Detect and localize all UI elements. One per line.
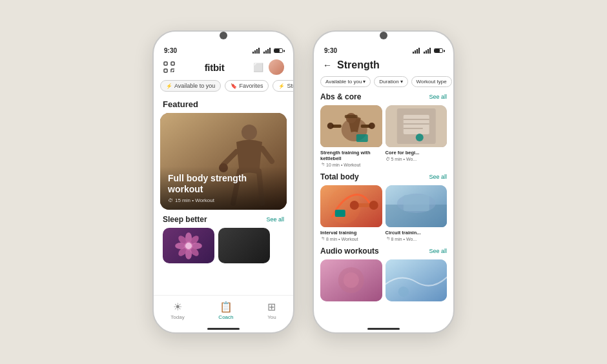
svg-rect-2	[164, 69, 167, 72]
svg-rect-23	[345, 115, 358, 118]
sleep-card-1[interactable]	[163, 228, 214, 263]
svg-rect-28	[356, 134, 368, 142]
status-icons-2	[413, 48, 443, 54]
audio-see-all[interactable]: See all	[429, 248, 447, 254]
featured-card[interactable]: Full body strength workout ⏱ 15 min • Wo…	[160, 113, 287, 210]
audio-card-2[interactable]	[386, 259, 448, 301]
signal-icon-2	[424, 48, 431, 54]
featured-title: Full body strength workout	[168, 173, 279, 195]
tab-available[interactable]: ⚡ Available to you	[160, 80, 221, 92]
abs-core-see-all[interactable]: See all	[429, 94, 447, 100]
tab-strength[interactable]: ⚡ Strength	[273, 80, 294, 92]
filter-available[interactable]: Available to you ▾	[320, 76, 371, 87]
home-indicator-2	[367, 328, 400, 330]
clock-icon-c: ⏱	[386, 157, 390, 161]
signal-icon	[263, 48, 271, 54]
scan-icon[interactable]	[163, 61, 176, 74]
audio-cards	[320, 259, 447, 301]
featured-label: Featured	[154, 97, 293, 113]
clock-icon-ci: ⏱	[386, 237, 390, 241]
audio-img-2	[386, 259, 448, 301]
coach-icon: 📋	[220, 301, 232, 313]
audio-title: Audio workouts	[320, 247, 379, 256]
camera-notch-1	[220, 32, 227, 39]
total-body-cards: Interval training ⏱ 8 min • Workout	[320, 185, 447, 241]
interval-card[interactable]: Interval training ⏱ 8 min • Workout	[320, 185, 382, 241]
kettlebell-meta: ⏱ 10 min • Workout	[320, 163, 382, 167]
time-2: 9:30	[324, 47, 337, 54]
abs-core-title: Abs & core	[320, 92, 361, 101]
svg-point-19	[185, 243, 192, 249]
abs-core-section: Abs & core See all	[320, 92, 447, 167]
wifi-icon-2	[413, 48, 420, 54]
total-body-title: Total body	[320, 172, 359, 181]
core-meta: ⏱ 5 min • Wo...	[386, 157, 448, 161]
svg-rect-0	[164, 62, 167, 65]
available-icon: ⚡	[166, 83, 172, 89]
svg-rect-1	[171, 62, 174, 65]
today-icon: ☀	[173, 301, 182, 313]
clock-icon: ⏱	[168, 197, 173, 203]
svg-point-8	[242, 125, 257, 140]
sleep-section: Sleep better See all	[154, 210, 293, 266]
svg-rect-41	[335, 210, 345, 217]
battery-icon-2	[434, 48, 443, 53]
abs-core-header: Abs & core See all	[320, 92, 447, 101]
total-body-section: Total body See all	[320, 172, 447, 241]
circuit-meta: ⏱ 8 min • Wo...	[386, 237, 448, 241]
sleep-card-2[interactable]	[218, 228, 270, 263]
kettlebell-name: Strength training with kettlebell	[320, 150, 382, 161]
status-bar-2: 9:30	[314, 42, 453, 57]
home-indicator-1	[207, 328, 240, 330]
back-arrow[interactable]: ←	[323, 60, 332, 70]
nav-you[interactable]: ⊞ You	[267, 301, 276, 320]
strength-title: Strength	[337, 59, 380, 71]
audio-section: Audio workouts See all	[320, 247, 447, 301]
status-bar-1: 9:30	[154, 42, 293, 57]
phone2-filters: Available to you ▾ Duration ▾ Workout ty…	[314, 76, 453, 92]
filter-duration[interactable]: Duration ▾	[374, 76, 407, 87]
sleep-section-header: Sleep better See all	[163, 215, 284, 224]
featured-overlay: Full body strength workout ⏱ 15 min • Wo…	[160, 167, 287, 210]
arrow-down-icon: ▾	[363, 79, 365, 85]
avatar[interactable]	[269, 59, 284, 75]
total-body-header: Total body See all	[320, 172, 447, 181]
total-body-see-all[interactable]: See all	[429, 174, 447, 180]
sleep-cards	[163, 228, 284, 263]
svg-point-26	[327, 123, 334, 129]
you-icon: ⊞	[267, 301, 276, 313]
camera-notch-2	[380, 32, 387, 39]
fitbit-logo: fitbit	[205, 62, 225, 73]
favorites-icon: 🔖	[231, 83, 237, 89]
audio-card-1[interactable]	[320, 259, 382, 301]
screen-icon[interactable]: ⬜	[253, 63, 263, 72]
svg-point-27	[369, 123, 375, 129]
kettlebell-card[interactable]: Strength training with kettlebell ⏱ 10 m…	[320, 105, 382, 167]
interval-name: Interval training	[320, 230, 382, 236]
bottom-nav: ☀ Today 📋 Coach ⊞ You	[154, 295, 293, 328]
clock-icon-k: ⏱	[320, 163, 325, 167]
phone-1: 9:30	[152, 30, 294, 334]
svg-rect-49	[386, 259, 448, 301]
interval-img	[320, 185, 382, 227]
filter-workout-type[interactable]: Workout type	[411, 76, 452, 87]
svg-rect-45	[403, 195, 429, 211]
svg-point-50	[398, 287, 408, 297]
sleep-title: Sleep better	[163, 215, 207, 224]
circuit-img	[386, 185, 448, 227]
core-card[interactable]: Core for begi... ⏱ 5 min • Wo...	[386, 105, 448, 167]
sleep-see-all[interactable]: See all	[266, 216, 284, 223]
phones-container: 9:30	[152, 30, 455, 334]
core-name: Core for begi...	[386, 150, 448, 156]
wifi-icon	[252, 48, 260, 54]
phone2-header: ← Strength	[314, 57, 453, 76]
nav-today[interactable]: ☀ Today	[170, 301, 184, 320]
phone-2: 9:30 ←	[313, 30, 455, 334]
audio-img-1	[320, 259, 382, 301]
clock-icon-i: ⏱	[320, 237, 325, 241]
svg-point-39	[350, 201, 359, 210]
circuit-card[interactable]: Circuit trainin... ⏱ 8 min • Wo...	[386, 185, 448, 241]
nav-coach[interactable]: 📋 Coach	[218, 301, 233, 320]
tab-favorites[interactable]: 🔖 Favorites	[225, 80, 269, 92]
interval-meta: ⏱ 8 min • Workout	[320, 237, 382, 241]
